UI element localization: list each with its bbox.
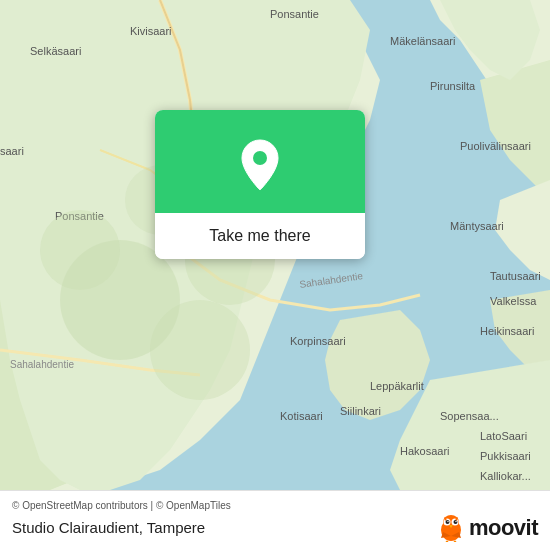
svg-text:Ponsantie: Ponsantie — [270, 8, 319, 20]
location-pin-icon — [236, 138, 284, 193]
svg-point-26 — [40, 210, 120, 290]
svg-text:Mäntysaari: Mäntysaari — [450, 220, 504, 232]
svg-point-25 — [150, 300, 250, 400]
svg-text:Selkäsaari: Selkäsaari — [30, 45, 81, 57]
svg-text:Valkelssa: Valkelssa — [490, 295, 537, 307]
svg-point-38 — [447, 520, 448, 521]
svg-text:Siilinkari: Siilinkari — [340, 405, 381, 417]
svg-text:Sahalahdentie: Sahalahdentie — [10, 359, 74, 370]
location-popup: Take me there — [155, 110, 365, 259]
svg-text:Tautusaari: Tautusaari — [490, 270, 541, 282]
svg-text:Hakosaari: Hakosaari — [400, 445, 450, 457]
svg-text:Heikinsaari: Heikinsaari — [480, 325, 534, 337]
place-label: Studio Clairaudient, Tampere — [12, 519, 205, 536]
svg-text:Kotisaari: Kotisaari — [280, 410, 323, 422]
bottom-info-bar: © OpenStreetMap contributors | © OpenMap… — [0, 490, 550, 550]
map-attribution: © OpenStreetMap contributors | © OpenMap… — [12, 500, 538, 511]
take-me-there-button[interactable]: Take me there — [155, 213, 365, 259]
svg-point-36 — [445, 520, 449, 524]
svg-text:Puolivälinsaari: Puolivälinsaari — [460, 140, 531, 152]
svg-text:Mäkelänsaari: Mäkelänsaari — [390, 35, 455, 47]
svg-text:Leppäkarlit: Leppäkarlit — [370, 380, 424, 392]
svg-text:Korpinsaari: Korpinsaari — [290, 335, 346, 347]
moovit-brand-text: moovit — [469, 515, 538, 541]
svg-text:Kivisaari: Kivisaari — [130, 25, 172, 37]
svg-text:saari: saari — [0, 145, 24, 157]
place-info-row: Studio Clairaudient, Tampere — [12, 514, 538, 542]
svg-point-39 — [455, 520, 456, 521]
popup-header — [155, 110, 365, 213]
svg-text:LatoSaari: LatoSaari — [480, 430, 527, 442]
svg-point-31 — [253, 151, 267, 165]
svg-text:Pirunsilta: Pirunsilta — [430, 80, 476, 92]
moovit-owl-icon — [437, 514, 465, 542]
svg-text:Kalliokar...: Kalliokar... — [480, 470, 531, 482]
svg-text:Sopensaa...: Sopensaa... — [440, 410, 499, 422]
svg-text:Pukkisaari: Pukkisaari — [480, 450, 531, 462]
moovit-logo: moovit — [437, 514, 538, 542]
map-view[interactable]: Selkäsaari Kivisaari Ponsantie Mäkelänsa… — [0, 0, 550, 490]
